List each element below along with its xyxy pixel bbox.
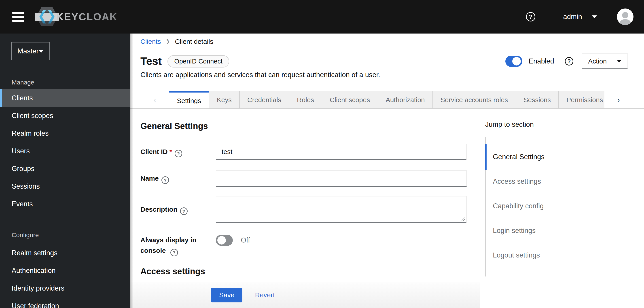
settings-form: General Settings Client ID*? Name? (140, 109, 480, 277)
sidebar-item-authentication[interactable]: Authentication (0, 262, 130, 279)
help-icon[interactable]: ? (565, 57, 573, 65)
toggle-knob (217, 236, 226, 245)
breadcrumb-clients-link[interactable]: Clients (140, 37, 161, 46)
section-access-settings: Access settings (140, 266, 467, 277)
tab-permissions[interactable]: Permissions (559, 91, 604, 108)
username: admin (563, 13, 582, 21)
sidebar-item-user-federation[interactable]: User federation (0, 297, 130, 308)
chevron-down-icon (592, 15, 597, 18)
tab-scroll-left-icon[interactable]: ‹ (130, 91, 169, 108)
required-asterisk: * (170, 148, 172, 155)
main-content: Clients ❯ Client details Test OpenID Con… (130, 33, 644, 308)
jump-link-access-settings[interactable]: Access settings (493, 169, 588, 194)
tab-scroll-right-icon[interactable]: › (604, 91, 632, 108)
sidebar-item-clients[interactable]: Clients (0, 89, 130, 107)
form-actions-bar: Save Revert (130, 282, 480, 308)
client-id-input[interactable] (216, 144, 467, 160)
always-display-row: Always display in console ? Off (140, 235, 467, 256)
help-icon[interactable]: ? (526, 12, 535, 21)
sidebar-item-events[interactable]: Events (0, 195, 130, 213)
tab-credentials[interactable]: Credentials (240, 91, 289, 108)
chevron-down-icon (39, 50, 44, 53)
sidebar: Master Manage Clients Client scopes Real… (0, 33, 130, 308)
tab-authorization[interactable]: Authorization (378, 91, 433, 108)
breadcrumb: Clients ❯ Client details (130, 33, 644, 46)
sidebar-item-sessions[interactable]: Sessions (0, 177, 130, 195)
nav-group-manage: Manage (12, 79, 130, 86)
page-description: Clients are applications and services th… (140, 70, 628, 79)
save-button[interactable]: Save (211, 288, 242, 303)
question-circle-icon[interactable]: ? (175, 150, 182, 157)
description-row: Description? (140, 196, 467, 223)
keycloak-logo-icon (35, 6, 59, 27)
tabs-strip: Settings Keys Credentials Roles Client s… (169, 91, 604, 108)
jump-link-capability-config[interactable]: Capability config (493, 194, 588, 218)
keycloak-logo: KEYCLOAK (35, 6, 118, 27)
sidebar-item-identity-providers[interactable]: Identity providers (0, 279, 130, 297)
breadcrumb-current: Client details (175, 37, 213, 46)
jump-link-general-settings[interactable]: General Settings (493, 145, 588, 169)
tab-settings[interactable]: Settings (169, 91, 209, 108)
nav-group-configure: Configure (12, 232, 130, 239)
hamburger-menu-icon[interactable] (12, 12, 24, 22)
name-input[interactable] (216, 170, 467, 187)
tab-service-accounts-roles[interactable]: Service accounts roles (433, 91, 516, 108)
always-display-label: Always display in console ? (140, 235, 216, 256)
brand-wordmark: KEYCLOAK (56, 11, 118, 23)
name-row: Name? (140, 170, 467, 187)
question-circle-icon[interactable]: ? (180, 207, 188, 215)
sidebar-divider (0, 69, 130, 69)
realm-selector[interactable]: Master (11, 42, 50, 60)
tab-keys[interactable]: Keys (209, 91, 240, 108)
toggle-knob (512, 57, 521, 65)
sidebar-item-users[interactable]: Users (0, 142, 130, 160)
revert-button[interactable]: Revert (255, 291, 274, 299)
breadcrumb-separator-icon: ❯ (166, 37, 170, 46)
jump-link-login-settings[interactable]: Login settings (493, 218, 588, 243)
tab-sessions[interactable]: Sessions (516, 91, 559, 108)
tab-roles[interactable]: Roles (289, 91, 322, 108)
user-dropdown[interactable]: admin (563, 13, 597, 21)
person-icon (617, 9, 634, 25)
sidebar-item-realm-settings[interactable]: Realm settings (0, 244, 130, 262)
jump-nav-list: General Settings Access settings Capabil… (485, 137, 588, 277)
question-circle-icon[interactable]: ? (162, 176, 169, 184)
question-circle-icon[interactable]: ? (170, 249, 178, 256)
sidebar-item-groups[interactable]: Groups (0, 160, 130, 177)
client-id-label: Client ID*? (140, 146, 216, 158)
section-general-settings: General Settings (140, 121, 467, 131)
title-row: Test OpenID Connect Enabled ? Action (140, 53, 628, 69)
avatar[interactable] (617, 8, 634, 25)
always-display-toggle[interactable] (216, 235, 233, 246)
description-label: Description? (140, 204, 216, 215)
jump-to-section-nav: Jump to section General Settings Access … (485, 109, 588, 277)
protocol-badge: OpenID Connect (168, 55, 229, 67)
jump-nav-title: Jump to section (485, 120, 588, 129)
masthead: KEYCLOAK ? admin (0, 0, 644, 33)
enabled-toggle[interactable] (505, 56, 522, 67)
realm-name: Master (18, 47, 39, 55)
jump-link-logout-settings[interactable]: Logout settings (493, 243, 588, 268)
toggle-state-label: Off (241, 236, 250, 244)
description-textarea[interactable] (216, 196, 467, 223)
enabled-label: Enabled (528, 57, 554, 65)
sidebar-item-client-scopes[interactable]: Client scopes (0, 107, 130, 124)
page-title: Test (140, 55, 162, 67)
sidebar-item-realm-roles[interactable]: Realm roles (0, 124, 130, 142)
tab-bar: ‹ Settings Keys Credentials Roles Client… (130, 91, 644, 109)
chevron-down-icon (617, 60, 622, 63)
name-label: Name? (140, 173, 216, 184)
client-id-row: Client ID*? (140, 144, 467, 160)
action-dropdown[interactable]: Action (582, 53, 628, 69)
tab-client-scopes[interactable]: Client scopes (322, 91, 378, 108)
